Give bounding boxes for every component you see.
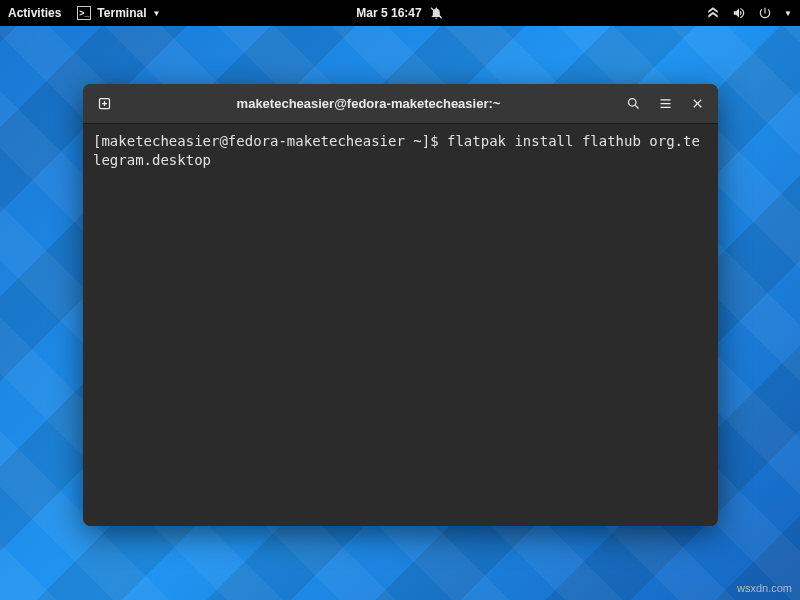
power-icon	[758, 6, 772, 20]
window-title: maketecheasier@fedora-maketecheasier:~	[119, 96, 618, 111]
terminal-app-icon: >_	[77, 6, 91, 20]
menu-button[interactable]	[650, 89, 680, 119]
network-icon	[706, 6, 720, 20]
window-titlebar[interactable]: maketecheasier@fedora-maketecheasier:~	[83, 84, 718, 124]
search-button[interactable]	[618, 89, 648, 119]
chevron-down-icon: ▼	[152, 9, 160, 18]
close-button[interactable]	[682, 89, 712, 119]
notification-off-icon	[430, 6, 444, 20]
clock[interactable]: Mar 5 16:47	[356, 6, 421, 20]
app-menu-label: Terminal	[97, 6, 146, 20]
app-menu[interactable]: >_ Terminal ▼	[77, 6, 160, 20]
svg-point-4	[628, 99, 636, 107]
system-status-area[interactable]: ▼	[706, 6, 792, 20]
activities-button[interactable]: Activities	[8, 6, 61, 20]
watermark: wsxdn.com	[737, 582, 792, 594]
terminal-window: maketecheasier@fedora-maketecheasier:~ […	[83, 84, 718, 526]
gnome-topbar: Activities >_ Terminal ▼ Mar 5 16:47 ▼	[0, 0, 800, 26]
volume-icon	[732, 6, 746, 20]
new-tab-button[interactable]	[89, 89, 119, 119]
svg-line-5	[635, 105, 638, 108]
terminal-content[interactable]: [maketecheasier@fedora-maketecheasier ~]…	[83, 124, 718, 526]
shell-prompt: [maketecheasier@fedora-maketecheasier ~]…	[93, 133, 447, 149]
chevron-down-icon: ▼	[784, 9, 792, 18]
